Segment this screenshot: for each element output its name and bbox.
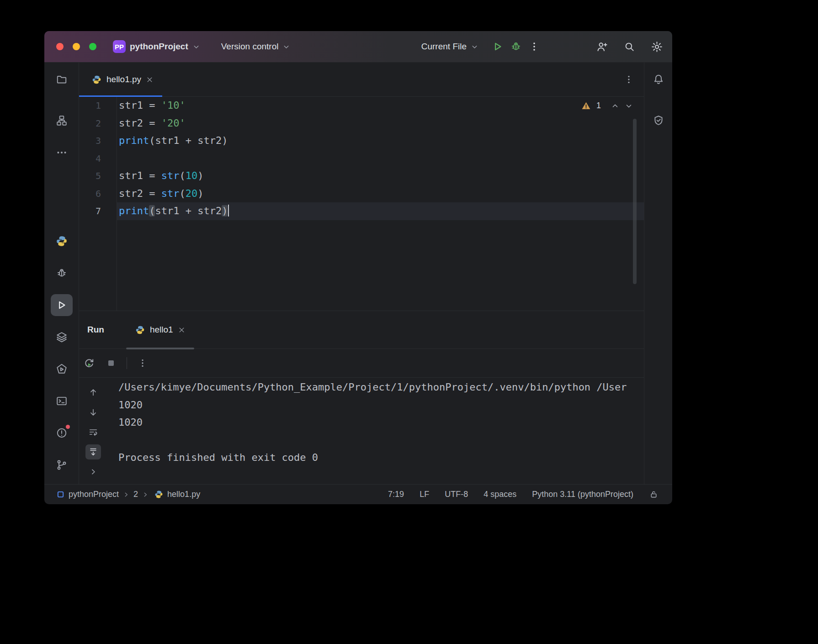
notifications-button[interactable]	[648, 69, 669, 90]
project-tool-button[interactable]	[51, 69, 73, 90]
terminal-tool-button[interactable]	[51, 390, 73, 412]
code-line[interactable]	[117, 150, 644, 168]
more-actions-button[interactable]	[525, 37, 543, 56]
code-line[interactable]: print(str1 + str2)	[117, 202, 644, 220]
module-icon	[57, 491, 64, 498]
expand-gutter-button[interactable]	[85, 465, 101, 479]
editor-tab-hello1[interactable]: hello1.py	[79, 63, 162, 96]
code-token: str1 + str2	[155, 205, 222, 216]
run-panel-title[interactable]: Run	[87, 325, 104, 335]
debug-button[interactable]	[507, 37, 525, 56]
run-tab-hello1[interactable]: hello1	[125, 311, 195, 348]
breadcrumb-folder[interactable]: 2	[133, 490, 138, 499]
bug-icon	[56, 267, 68, 279]
code-token: 10	[186, 170, 198, 181]
inspections-widget[interactable]: 1	[581, 101, 633, 111]
chevron-down-icon[interactable]	[625, 102, 633, 110]
encoding-widget[interactable]: UTF-8	[445, 490, 468, 499]
run-toolbar	[79, 349, 644, 378]
code-with-me-button[interactable]	[593, 37, 611, 56]
soft-wrap-button[interactable]	[85, 425, 101, 439]
line-number[interactable]: 5	[79, 167, 117, 185]
code-token: '10'	[161, 100, 186, 111]
project-name: pythonProject	[130, 42, 188, 52]
tab-options-button[interactable]	[624, 74, 634, 84]
python-icon	[56, 235, 68, 247]
run-config-selector[interactable]: Current File	[417, 39, 483, 54]
line-separator-widget[interactable]: LF	[420, 490, 429, 499]
line-number[interactable]: 3	[79, 132, 117, 150]
rerun-icon	[83, 357, 95, 369]
scroll-up-button[interactable]	[85, 385, 101, 400]
code-token: str	[161, 188, 180, 199]
project-widget[interactable]: PP pythonProject	[108, 37, 205, 56]
kebab-menu-icon	[138, 358, 148, 368]
left-toolbar	[44, 63, 79, 484]
minimize-window-button[interactable]	[73, 43, 80, 50]
python-console-tool-button[interactable]	[51, 230, 73, 252]
run-tool-button[interactable]	[51, 294, 73, 316]
python-file-icon	[92, 75, 101, 84]
cursor-position-widget[interactable]: 7:19	[388, 490, 404, 499]
close-tab-icon[interactable]	[146, 76, 153, 83]
git-branch-icon	[56, 459, 68, 471]
code-editor[interactable]: 1234567 str1 = '10'str2 = '20'print(str1…	[79, 97, 644, 311]
services-tool-button[interactable]	[51, 326, 73, 348]
version-control-tool-button[interactable]	[51, 454, 73, 476]
code-token: str	[161, 170, 180, 181]
stop-button[interactable]	[103, 355, 119, 371]
breadcrumb-project[interactable]: pythonProject	[69, 490, 119, 499]
more-tool-windows-button[interactable]	[51, 142, 73, 164]
run-play-icon	[492, 41, 504, 53]
zoom-window-button[interactable]	[89, 43, 96, 50]
run-button[interactable]	[489, 37, 507, 56]
rerun-button[interactable]	[81, 355, 97, 371]
console-output[interactable]: /Users/kimye/Documents/Python_Example/Pr…	[107, 378, 644, 484]
editor-tabbar: hello1.py	[79, 63, 644, 97]
statusbar-widgets: 7:19 LF UTF-8 4 spaces Python 3.11 (pyth…	[388, 490, 659, 499]
chevron-up-icon[interactable]	[611, 102, 619, 110]
interpreter-widget[interactable]: Python 3.11 (pythonProject)	[532, 490, 633, 499]
debug-tool-button[interactable]	[51, 262, 73, 284]
code-line[interactable]: str2 = '20'	[117, 115, 644, 132]
chevron-down-icon	[282, 43, 290, 51]
code-token: str2 =	[119, 188, 161, 199]
code-lines[interactable]: str1 = '10'str2 = '20'print(str1 + str2)…	[117, 97, 644, 311]
python-file-icon	[154, 490, 163, 499]
scroll-to-end-button[interactable]	[85, 444, 101, 459]
settings-button[interactable]	[648, 37, 666, 56]
vcs-widget[interactable]: Version control	[217, 39, 295, 54]
line-number[interactable]: 2	[79, 115, 117, 132]
breadcrumb-file[interactable]: hello1.py	[167, 490, 200, 499]
editor-gutter[interactable]: 1234567	[79, 97, 117, 311]
indent-widget[interactable]: 4 spaces	[483, 490, 516, 499]
stop-icon	[106, 358, 117, 369]
problems-tool-button[interactable]	[51, 422, 73, 444]
line-number[interactable]: 7	[79, 202, 117, 220]
run-targets-tool-button[interactable]	[51, 358, 73, 380]
structure-tool-button[interactable]	[51, 110, 73, 132]
scroll-down-button[interactable]	[85, 405, 101, 419]
line-number[interactable]: 6	[79, 185, 117, 203]
close-window-button[interactable]	[56, 43, 64, 50]
editor-scrollbar[interactable]	[633, 119, 637, 284]
lock-icon[interactable]	[649, 490, 659, 499]
console-options-button[interactable]	[134, 355, 151, 371]
line-number[interactable]: 4	[79, 150, 117, 168]
vcs-label: Version control	[221, 42, 279, 52]
code-line[interactable]: str2 = str(20)	[117, 185, 644, 203]
code-line[interactable]: str1 = '10'	[117, 97, 644, 115]
code-token: str1 =	[119, 170, 161, 181]
line-number[interactable]: 1	[79, 97, 117, 115]
pycharm-window: PP pythonProject Version control Current…	[44, 31, 672, 504]
code-token: )	[222, 205, 228, 216]
trusted-project-button[interactable]	[648, 110, 669, 132]
code-token: print	[119, 135, 149, 146]
close-tab-icon[interactable]	[178, 327, 185, 333]
search-everywhere-button[interactable]	[620, 37, 638, 56]
chevron-down-icon	[471, 43, 478, 51]
console-line	[118, 432, 644, 449]
code-line[interactable]: print(str1 + str2)	[117, 132, 644, 150]
add-user-icon	[596, 41, 608, 53]
code-line[interactable]: str1 = str(10)	[117, 167, 644, 185]
